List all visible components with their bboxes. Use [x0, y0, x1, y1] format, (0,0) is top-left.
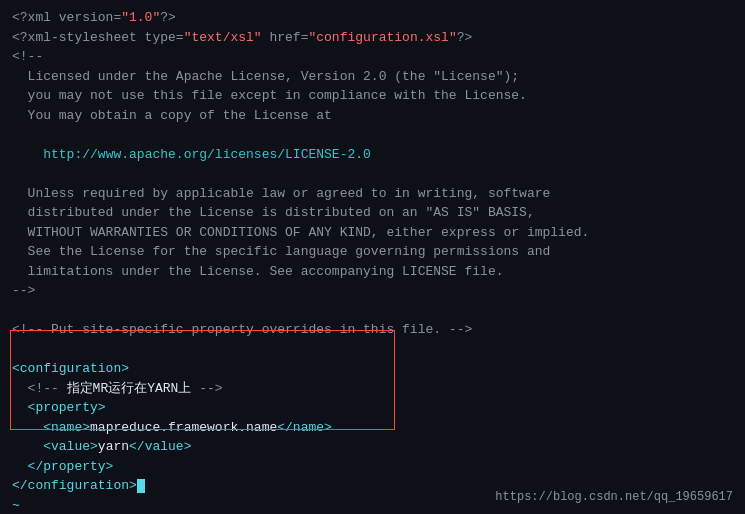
watermark: https://blog.csdn.net/qq_19659617: [495, 488, 733, 506]
line-10: Unless required by applicable law or agr…: [12, 184, 733, 204]
line-23: <value>yarn</value>: [12, 437, 733, 457]
line-4: Licensed under the Apache License, Versi…: [12, 67, 733, 87]
line-15: -->: [12, 281, 733, 301]
line-9: [12, 164, 733, 184]
line-20: <!-- 指定MR运行在YARN上 -->: [12, 379, 733, 399]
line-14: limitations under the License. See accom…: [12, 262, 733, 282]
line-3: <!--: [12, 47, 733, 67]
line-1: <?xml version="1.0"?>: [12, 8, 733, 28]
line-6: You may obtain a copy of the License at: [12, 106, 733, 126]
line-11: distributed under the License is distrib…: [12, 203, 733, 223]
line-22: <name>mapreduce.framework.name</name>: [12, 418, 733, 438]
text-cursor: [137, 479, 145, 493]
line-2: <?xml-stylesheet type="text/xsl" href="c…: [12, 28, 733, 48]
line-7: [12, 125, 733, 145]
line-19: <configuration>: [12, 359, 733, 379]
line-21: <property>: [12, 398, 733, 418]
line-16: [12, 301, 733, 321]
line-17: <!-- Put site-specific property override…: [12, 320, 733, 340]
line-5: you may not use this file except in comp…: [12, 86, 733, 106]
line-13: See the License for the specific languag…: [12, 242, 733, 262]
line-8: http://www.apache.org/licenses/LICENSE-2…: [12, 145, 733, 165]
code-editor: <?xml version="1.0"?> <?xml-stylesheet t…: [0, 0, 745, 514]
line-18: [12, 340, 733, 360]
line-12: WITHOUT WARRANTIES OR CONDITIONS OF ANY …: [12, 223, 733, 243]
line-24: </property>: [12, 457, 733, 477]
